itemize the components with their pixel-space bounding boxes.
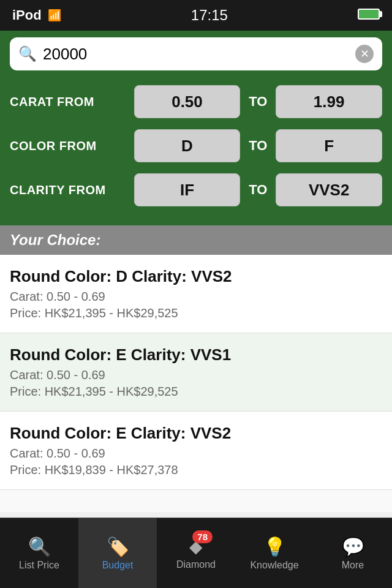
color-filter-row: COLOR FROM D TO F <box>10 127 382 164</box>
color-to-value[interactable]: F <box>276 129 382 162</box>
diamond-badge: 78 <box>192 530 213 543</box>
tab-list-price-label: List Price <box>19 560 59 571</box>
tab-budget-label: Budget <box>102 560 134 571</box>
carat-to-value[interactable]: 1.99 <box>276 85 382 118</box>
battery-icon <box>358 9 380 20</box>
result-title: Round Color: E Clarity: VVS2 <box>10 424 382 443</box>
results-section: Round Color: D Clarity: VVS2Carat: 0.50 … <box>0 255 392 512</box>
search-container: 🔍 20000 ✕ <box>10 37 382 70</box>
result-item[interactable]: Round Color: E Clarity: VVS2Carat: 0.50 … <box>0 412 392 490</box>
your-choice-label: Your Choice: <box>10 232 100 248</box>
tab-diamond[interactable]: ◆ 78 Diamond <box>157 518 235 588</box>
tab-knowledge[interactable]: 💡 Knowledge <box>235 518 314 588</box>
your-choice-banner: Your Choice: <box>0 225 392 255</box>
result-carat: Carat: 0.50 - 0.69 <box>10 290 382 304</box>
tab-diamond-label: Diamond <box>176 559 216 570</box>
result-title: Round Color: E Clarity: VVS1 <box>10 345 382 364</box>
status-bar: iPod 📶 17:15 <box>0 0 392 31</box>
carat-label: CARAT FROM <box>10 95 134 109</box>
carat-to-label: TO <box>240 94 276 110</box>
clarity-from-value[interactable]: IF <box>134 173 241 206</box>
tab-knowledge-label: Knowledge <box>250 560 298 571</box>
search-bar: 🔍 20000 ✕ <box>0 31 392 77</box>
filter-section: CARAT FROM 0.50 TO 1.99 COLOR FROM D TO … <box>0 77 392 225</box>
clarity-filter-row: CLARITY FROM IF TO VVS2 <box>10 172 382 208</box>
clarity-to-label: TO <box>240 182 276 198</box>
wifi-icon: 📶 <box>48 9 61 22</box>
tab-more[interactable]: 💬 More <box>314 518 392 588</box>
result-item[interactable]: Round Color: E Clarity: VVS1Carat: 0.50 … <box>0 333 392 412</box>
result-carat: Carat: 0.50 - 0.69 <box>10 368 382 382</box>
carat-from-value[interactable]: 0.50 <box>134 85 241 118</box>
result-title: Round Color: D Clarity: VVS2 <box>10 267 382 286</box>
color-label: COLOR FROM <box>10 139 134 153</box>
list-price-icon: 🔍 <box>28 536 51 557</box>
result-item[interactable]: Round Color: D Clarity: VVS2Carat: 0.50 … <box>0 255 392 333</box>
result-price: Price: HK$19,839 - HK$27,378 <box>10 463 382 477</box>
knowledge-icon: 💡 <box>263 536 286 557</box>
tab-bar: 🔍 List Price 🏷️ Budget ◆ 78 Diamond 💡 Kn… <box>0 518 392 588</box>
clear-button[interactable]: ✕ <box>355 45 374 63</box>
search-icon: 🔍 <box>18 45 37 62</box>
time-display: 17:15 <box>191 7 228 24</box>
tab-more-label: More <box>342 560 364 571</box>
budget-icon: 🏷️ <box>107 536 129 557</box>
clarity-to-value[interactable]: VVS2 <box>276 173 382 206</box>
result-price: Price: HK$21,395 - HK$29,525 <box>10 306 382 320</box>
clarity-label: CLARITY FROM <box>10 183 134 197</box>
color-to-label: TO <box>240 138 276 154</box>
tab-list-price[interactable]: 🔍 List Price <box>0 518 78 588</box>
more-icon: 💬 <box>342 536 364 557</box>
color-from-value[interactable]: D <box>134 129 241 162</box>
carat-filter-row: CARAT FROM 0.50 TO 1.99 <box>10 83 382 120</box>
tab-budget[interactable]: 🏷️ Budget <box>78 518 157 588</box>
device-label: iPod <box>12 7 42 23</box>
search-input[interactable]: 20000 <box>43 45 349 64</box>
result-price: Price: HK$21,395 - HK$29,525 <box>10 385 382 399</box>
result-carat: Carat: 0.50 - 0.69 <box>10 447 382 461</box>
